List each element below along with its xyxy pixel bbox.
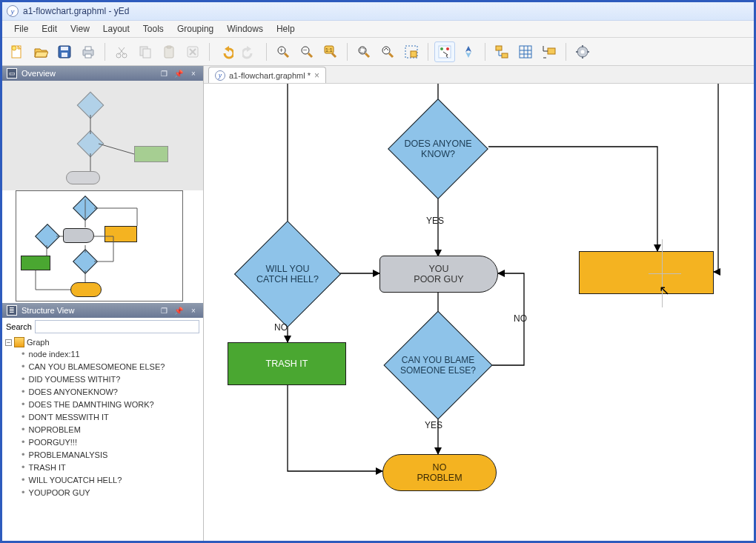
svg-rect-38 <box>439 46 451 58</box>
tab-document[interactable]: y a1-flowchart.graphml * × <box>208 67 326 83</box>
tree-item[interactable]: TRASH IT <box>21 461 200 473</box>
tree-item[interactable]: CAN YOU BLAMESOMEONE ELSE? <box>21 360 200 373</box>
svg-text:1:1: 1:1 <box>325 47 333 53</box>
node-label: CAN YOU BLAME SOMEONE ELSE? <box>400 327 476 403</box>
tree-item[interactable]: DOES THE DAMNTHING WORK? <box>21 398 200 410</box>
menu-file[interactable]: File <box>8 22 34 36</box>
panel-restore-icon[interactable]: ❐ <box>159 305 169 316</box>
node-trash-it[interactable]: TRASH IT <box>228 342 346 385</box>
tab-label: a1-flowchart.graphml * <box>229 71 311 80</box>
grid-button[interactable] <box>515 41 536 62</box>
node-does-anyone-know[interactable]: DOES ANYONE KNOW? <box>388 99 488 199</box>
tree-item[interactable]: WILL YOUCATCH HELL? <box>21 473 200 486</box>
svg-point-40 <box>446 47 449 50</box>
undo-button[interactable] <box>216 41 236 62</box>
print-button[interactable] <box>78 41 99 62</box>
node-label: DOES ANYONE KNOW? <box>403 114 473 184</box>
orthogonal-button[interactable] <box>491 41 512 62</box>
svg-rect-8 <box>85 54 91 58</box>
tree-item[interactable]: DOES ANYONEKNOW? <box>21 385 200 398</box>
overview-icon: ▭ <box>7 68 17 79</box>
node-will-you-catch-hell[interactable]: WILL YOU CATCH HELL? <box>234 221 341 327</box>
cut-button[interactable] <box>111 41 132 62</box>
open-button[interactable] <box>30 41 51 62</box>
node-you-poor-guy[interactable]: YOU POOR GUY <box>379 256 498 293</box>
structure-tree[interactable]: − Graph node index:11CAN YOU BLAMESOMEON… <box>2 336 203 500</box>
area-zoom-button[interactable] <box>401 41 422 62</box>
preferences-button[interactable] <box>572 41 593 62</box>
panel-pin-icon[interactable]: 📌 <box>173 305 184 316</box>
svg-point-2 <box>12 46 16 50</box>
navigation-mode-button[interactable] <box>458 41 479 62</box>
copy-button[interactable] <box>135 41 156 62</box>
menu-help[interactable]: Help <box>271 22 301 36</box>
new-button[interactable] <box>7 41 27 62</box>
document-icon: y <box>215 70 225 81</box>
svg-line-23 <box>285 53 288 57</box>
menu-edit[interactable]: Edit <box>36 22 63 36</box>
close-icon[interactable]: × <box>314 70 319 81</box>
collapse-icon[interactable]: − <box>5 339 12 346</box>
snap-button[interactable] <box>539 41 560 62</box>
panel-close-icon[interactable]: × <box>188 68 199 79</box>
save-button[interactable] <box>54 41 75 62</box>
overview-panel-body[interactable] <box>2 81 203 303</box>
tree-item[interactable]: node index:11 <box>21 347 200 360</box>
edge-label-yes: YES <box>425 420 442 430</box>
overview-panel-header[interactable]: ▭ Overview ❐ 📌 × <box>2 66 203 81</box>
titlebar: y a1-flowchart.graphml - yEd <box>2 2 754 21</box>
svg-rect-37 <box>411 51 417 57</box>
zoom-out-button[interactable]: – <box>296 41 317 62</box>
selection-mode-button[interactable] <box>434 41 455 62</box>
svg-point-52 <box>581 50 585 53</box>
node-can-you-blame[interactable]: CAN YOU BLAME SOMEONE ELSE? <box>383 310 492 419</box>
svg-rect-5 <box>62 53 67 57</box>
svg-line-35 <box>389 53 393 57</box>
node-no-problem[interactable]: NO PROBLEM <box>382 454 497 491</box>
tree-item[interactable]: YOUPOOR GUY <box>21 486 200 499</box>
edge-label-no: NO <box>274 322 288 333</box>
fit-button[interactable] <box>377 41 398 62</box>
node-selected-empty[interactable] <box>579 251 714 294</box>
document-tabs: y a1-flowchart.graphml * × <box>204 66 754 84</box>
overview-title: Overview <box>21 69 56 78</box>
node-label: WILL YOU CATCH HELL? <box>251 237 325 311</box>
menubar: File Edit View Layout Tools Grouping Win… <box>2 21 754 38</box>
tree-item[interactable]: DON'T MESSWITH IT <box>21 410 200 423</box>
svg-point-39 <box>440 47 443 50</box>
toolbar: + – 1:1 <box>2 38 754 66</box>
svg-rect-44 <box>502 53 508 58</box>
tree-item[interactable]: POORGUY!!! <box>21 436 200 448</box>
window-title: a1-flowchart.graphml - yEd <box>23 6 129 16</box>
zoom-100-button[interactable]: 1:1 <box>320 41 341 62</box>
menu-layout[interactable]: Layout <box>97 22 136 36</box>
tree-item[interactable]: PROBLEMANALYSIS <box>21 448 200 461</box>
structure-title: Structure View <box>21 306 74 315</box>
menu-windows[interactable]: Windows <box>221 22 269 36</box>
tree-item[interactable]: DID YOUMESS WITHIT? <box>21 373 200 385</box>
search-input[interactable] <box>35 320 199 333</box>
structure-icon: ≣ <box>7 305 17 316</box>
panel-pin-icon[interactable]: 📌 <box>173 68 184 79</box>
zoom-selection-button[interactable] <box>354 41 374 62</box>
panel-close-icon[interactable]: × <box>188 305 199 316</box>
tree-item[interactable]: NOPROBLEM <box>21 423 200 436</box>
edge-label-yes: YES <box>426 216 444 226</box>
paste-button[interactable] <box>159 41 179 62</box>
zoom-in-button[interactable]: + <box>273 41 294 62</box>
tree-root-label[interactable]: Graph <box>27 338 50 347</box>
svg-marker-21 <box>247 46 251 52</box>
search-label: Search <box>6 322 32 331</box>
menu-view[interactable]: View <box>64 22 96 36</box>
panel-restore-icon[interactable]: ❐ <box>159 68 169 79</box>
svg-point-10 <box>122 53 127 58</box>
menu-tools[interactable]: Tools <box>137 22 170 36</box>
menu-grouping[interactable]: Grouping <box>171 22 219 36</box>
redo-button[interactable] <box>239 41 260 62</box>
delete-button[interactable] <box>182 41 203 62</box>
graph-canvas[interactable]: DOES ANYONE KNOW? YES WILL YOU CATCH HEL… <box>204 84 754 541</box>
svg-rect-43 <box>496 46 502 50</box>
svg-line-26 <box>308 53 312 57</box>
edge-label-no: NO <box>514 313 527 324</box>
structure-panel-header[interactable]: ≣ Structure View ❐ 📌 × <box>2 303 203 318</box>
